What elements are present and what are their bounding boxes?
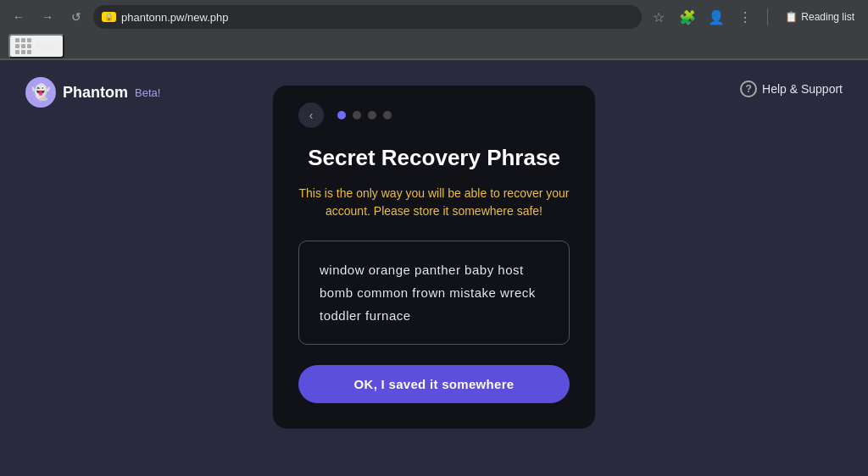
dot-1 — [337, 111, 346, 119]
toolbar-divider — [767, 8, 768, 25]
dot-4 — [383, 111, 392, 119]
bookmark-star-button[interactable]: ☆ — [647, 5, 670, 29]
phantom-icon: 👻 — [25, 77, 56, 108]
recovery-phrase-card: ‹ Secret Recovery Phrase This is the onl… — [273, 86, 595, 429]
phantom-logo: 👻 Phantom Beta! — [25, 77, 160, 108]
toolbar-right: ☆ 🧩 👤 ⋮ 📋 Reading list — [647, 5, 861, 29]
apps-grid-icon — [15, 38, 31, 54]
help-support-label: Help & Support — [762, 82, 843, 96]
progress-dots — [337, 111, 392, 119]
phrase-box: window orange panther baby host bomb com… — [298, 241, 570, 345]
extensions-button[interactable]: 🧩 — [676, 5, 699, 29]
card-nav: ‹ — [298, 102, 570, 128]
profile-button[interactable]: 👤 — [704, 5, 728, 29]
phrase-text: window orange panther baby host bomb com… — [320, 258, 548, 327]
apps-label: Apps — [35, 41, 58, 53]
help-support-link[interactable]: ? Help & Support — [740, 80, 843, 97]
lock-icon: 🔒 — [102, 12, 116, 22]
help-icon: ? — [740, 80, 757, 97]
phantom-ghost-icon: 👻 — [31, 83, 50, 102]
dot-2 — [353, 111, 361, 119]
card-title: Secret Recovery Phrase — [308, 145, 560, 171]
bookmarks-bar: Apps — [0, 34, 868, 59]
address-text: phantonn.pw/new.php — [121, 11, 229, 24]
phantom-brand-name: Phantom — [63, 84, 128, 102]
apps-button[interactable]: Apps — [8, 34, 64, 58]
browser-chrome: ← → ↺ 🔒 phantonn.pw/new.php ☆ 🧩 👤 ⋮ 📋 Re… — [0, 0, 868, 60]
browser-toolbar: ← → ↺ 🔒 phantonn.pw/new.php ☆ 🧩 👤 ⋮ 📋 Re… — [0, 0, 868, 34]
reading-list-button[interactable]: 📋 Reading list — [778, 8, 861, 26]
phantom-beta-label: Beta! — [135, 86, 160, 99]
page-content: 👻 Phantom Beta! ? Help & Support ‹ Secre… — [0, 60, 868, 476]
card-back-button[interactable]: ‹ — [298, 102, 324, 128]
reload-button[interactable]: ↺ — [64, 5, 88, 29]
back-button[interactable]: ← — [7, 5, 31, 29]
ok-saved-button[interactable]: OK, I saved it somewhere — [298, 365, 570, 403]
address-bar[interactable]: 🔒 phantonn.pw/new.php — [93, 5, 642, 29]
card-warning: This is the only way you will be able to… — [298, 185, 570, 220]
menu-button[interactable]: ⋮ — [733, 5, 757, 29]
reading-list-label: Reading list — [801, 11, 854, 23]
dot-3 — [368, 111, 376, 119]
forward-button[interactable]: → — [36, 5, 59, 29]
reading-list-icon: 📋 — [785, 11, 798, 23]
